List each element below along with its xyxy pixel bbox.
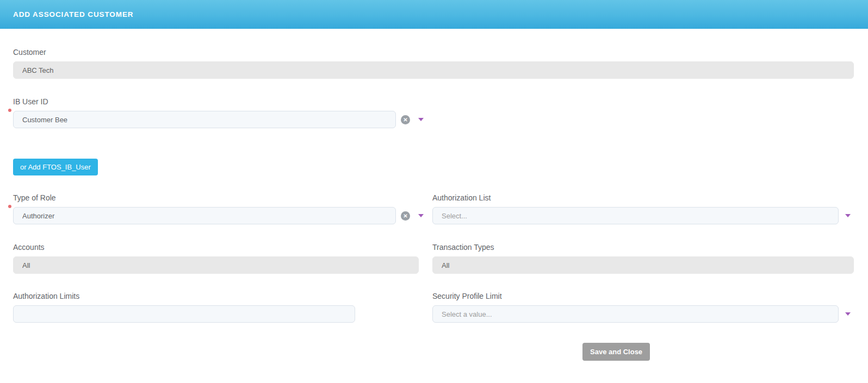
transaction-types-field <box>432 256 854 274</box>
form-body: Customer IB User ID ✕ or Add FTOS_IB_Use… <box>0 48 868 361</box>
type-of-role-field[interactable] <box>13 207 396 224</box>
required-indicator-icon <box>8 205 11 208</box>
security-profile-limit-label: Security Profile Limit <box>432 292 854 300</box>
authorization-limits-field[interactable] <box>13 305 355 323</box>
add-ftos-ib-user-button[interactable]: or Add FTOS_IB_User <box>13 159 98 175</box>
clear-icon[interactable]: ✕ <box>401 115 410 124</box>
authorization-limits-label: Authorization Limits <box>13 292 419 300</box>
transaction-types-label: Transaction Types <box>432 243 854 252</box>
chevron-down-icon[interactable] <box>418 118 424 121</box>
customer-label: Customer <box>13 48 854 56</box>
accounts-label: Accounts <box>13 243 419 252</box>
save-and-close-button[interactable]: Save and Close <box>582 343 650 361</box>
dialog-header: ADD ASSOCIATED CUSTOMER <box>0 0 868 29</box>
accounts-field <box>13 256 419 274</box>
ib-user-id-field[interactable] <box>13 111 396 128</box>
chevron-down-icon[interactable] <box>845 312 851 316</box>
chevron-down-icon[interactable] <box>845 214 851 217</box>
authorization-list-select[interactable] <box>432 207 839 224</box>
type-of-role-label: Type of Role <box>13 193 419 202</box>
authorization-list-label: Authorization List <box>432 193 854 202</box>
customer-field <box>13 61 854 79</box>
dialog-title: ADD ASSOCIATED CUSTOMER <box>13 10 133 18</box>
clear-icon[interactable]: ✕ <box>401 211 410 221</box>
security-profile-limit-select[interactable] <box>432 305 839 323</box>
ib-user-id-label: IB User ID <box>13 97 854 106</box>
chevron-down-icon[interactable] <box>418 214 424 217</box>
required-indicator-icon <box>8 109 11 112</box>
